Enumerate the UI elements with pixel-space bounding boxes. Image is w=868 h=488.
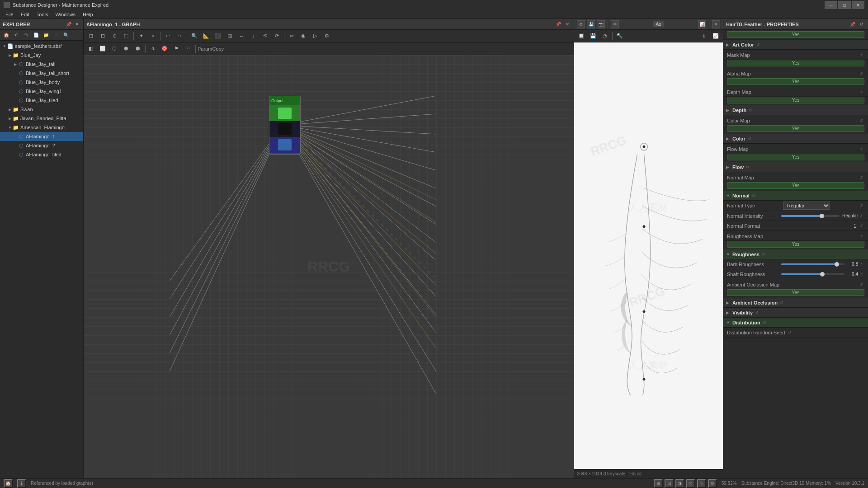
explorer-home-btn[interactable]: 🏠: [2, 31, 11, 39]
maximize-button[interactable]: □: [838, 1, 851, 9]
toolbar-btn-crosshair[interactable]: ⌖: [147, 31, 158, 41]
toolbar-btn-target[interactable]: 🎯: [159, 44, 170, 54]
view-3d-btn[interactable]: ⊞: [654, 479, 663, 488]
toolbar-btn-remove[interactable]: ⊟: [97, 31, 108, 41]
toolbar-btn-rot-right[interactable]: ⟳: [271, 31, 282, 41]
menu-edit[interactable]: Edit: [17, 10, 33, 19]
barb-roughness-thumb[interactable]: [835, 262, 839, 267]
toolbar-btn-point[interactable]: ◉: [298, 31, 309, 41]
graph-close-btn[interactable]: ✕: [564, 21, 571, 28]
tree-item-aflamingo-2[interactable]: ▶ ⬡ AFlamingo_2: [0, 141, 83, 150]
section-distribution[interactable]: ▼ Distribution ↺: [723, 318, 868, 328]
toolbar-btn-hex3[interactable]: ⬢: [132, 44, 143, 54]
section-ambient-occlusion[interactable]: ▶ Ambient Occlusion ↺: [723, 298, 868, 308]
section-reset-depth[interactable]: ↺: [747, 107, 754, 113]
menu-help[interactable]: Help: [79, 10, 97, 19]
prev-tb-2[interactable]: 💾: [588, 31, 599, 41]
tree-item-blue-jay-body[interactable]: ▶ ⬡ Blue_Jay_body: [0, 78, 83, 87]
explorer-search-btn[interactable]: 🔍: [61, 31, 71, 39]
prev-tb-3[interactable]: ◔: [599, 31, 610, 41]
prop-pin-btn[interactable]: 📌: [849, 21, 856, 28]
toolbar-btn-horizontal[interactable]: ↔: [236, 31, 247, 41]
toolbar-btn-hex1[interactable]: ⬡: [109, 44, 120, 54]
toolbar-btn-add[interactable]: ⊞: [85, 31, 96, 41]
normal-format-reset[interactable]: ↺: [858, 223, 864, 229]
menu-windows[interactable]: Windows: [52, 10, 79, 19]
section-color[interactable]: ▶ Color ↺: [723, 134, 868, 144]
color-map-reset[interactable]: ↺: [858, 117, 864, 124]
view-settings-btn[interactable]: ⚙: [708, 479, 717, 488]
tree-item-javan[interactable]: ▶ 📁 Javan_Banded_Pitta: [0, 114, 83, 123]
menu-tools[interactable]: Tools: [33, 10, 52, 19]
preview-canvas[interactable]: RRCG 人人素材 RRCG 人人素材: [574, 42, 723, 469]
toolbar-btn-info[interactable]: ⚐: [183, 44, 193, 54]
properties-scroll-area[interactable]: Yes ▶ Art Color ↺ Mask Map ↺ Yes Alpha M…: [723, 30, 868, 478]
section-reset-distribution[interactable]: ↺: [761, 319, 768, 326]
explorer-undo-btn[interactable]: ↶: [12, 31, 21, 39]
section-visibility[interactable]: ▶ Visibility ↺: [723, 308, 868, 318]
distribution-random-seed-reset[interactable]: ↺: [787, 329, 793, 336]
tree-item-aflamingo-1[interactable]: ▶ ⬡ AFlamingo_1: [0, 132, 83, 141]
graph-node-main[interactable]: Output: [269, 96, 301, 155]
preview-save-btn[interactable]: 💾: [587, 20, 595, 28]
prev-tb-1[interactable]: 🔲: [576, 31, 587, 41]
minimize-button[interactable]: ─: [825, 1, 837, 9]
section-reset-roughness[interactable]: ↺: [760, 251, 767, 258]
toolbar-btn-flag[interactable]: ⚑: [171, 44, 182, 54]
section-depth[interactable]: ▶ Depth ↺: [723, 105, 868, 115]
view-mat-btn[interactable]: ◑: [675, 479, 684, 488]
explorer-add-btn[interactable]: +: [52, 31, 61, 39]
explorer-folder-btn[interactable]: 📁: [42, 31, 51, 39]
toolbar-btn-play[interactable]: ▷: [310, 31, 321, 41]
toolbar-btn-pencil[interactable]: ✏: [286, 31, 297, 41]
toolbar-btn-center[interactable]: ⊙: [109, 31, 120, 41]
view-uv-btn[interactable]: ⊡: [665, 479, 674, 488]
toolbar-btn-frame[interactable]: ⬚: [121, 31, 132, 41]
section-reset-color[interactable]: ↺: [746, 136, 753, 142]
close-button[interactable]: ✕: [852, 1, 864, 9]
normal-intensity-reset[interactable]: ↺: [858, 213, 864, 219]
mask-map-reset[interactable]: ↺: [858, 52, 864, 58]
prop-reset-all-btn[interactable]: ↺: [858, 21, 865, 28]
barb-roughness-reset[interactable]: ↺: [858, 261, 864, 267]
explorer-new-btn[interactable]: 📄: [32, 31, 41, 39]
preview-chart-btn[interactable]: 📊: [698, 20, 706, 28]
status-home-btn[interactable]: 🏠: [4, 479, 13, 488]
status-info-btn[interactable]: ℹ: [17, 479, 26, 488]
explorer-close-btn[interactable]: ✕: [73, 21, 80, 28]
tree-item-swan[interactable]: ▶ 📁 Swan: [0, 105, 83, 114]
toolbar-btn-split-both[interactable]: ⬜: [97, 44, 108, 54]
preview-view-btn[interactable]: 👁: [611, 20, 619, 28]
flow-map-reset[interactable]: ↺: [858, 146, 864, 152]
tree-item-blue-jay[interactable]: ▶ 📁 Blue_Jay: [0, 51, 83, 60]
prev-tb-info[interactable]: ℹ: [698, 31, 709, 41]
toolbar-btn-split-left[interactable]: ◧: [85, 44, 96, 54]
section-art-color[interactable]: ▶ Art Color ↺: [723, 40, 868, 50]
view-play-btn[interactable]: ▷: [697, 479, 706, 488]
preview-snap-btn[interactable]: 📷: [597, 20, 605, 28]
graph-canvas[interactable]: RRCG: [84, 55, 574, 478]
tree-item-blue-jay-tail-short[interactable]: ▶ ⬡ Blue_Jay_tail_short: [0, 69, 83, 78]
normal-intensity-track[interactable]: [781, 215, 840, 217]
normal-type-reset[interactable]: ↺: [858, 202, 864, 209]
preview-close-btn[interactable]: ✕: [712, 20, 720, 28]
barb-roughness-track[interactable]: [781, 263, 844, 265]
toolbar-btn-undo[interactable]: ↩: [162, 31, 173, 41]
tree-item-american-flamingo[interactable]: ▼ 📁 American_Flamingo: [0, 123, 83, 132]
alpha-map-reset[interactable]: ↺: [858, 70, 864, 77]
toolbar-btn-hex2[interactable]: ⬟: [121, 44, 132, 54]
toolbar-btn-settings[interactable]: ⚙: [321, 31, 332, 41]
menu-file[interactable]: File: [2, 10, 17, 19]
tree-item-sample-feathers[interactable]: ▼ 📄 sample_feathers.sbs*: [0, 42, 83, 51]
section-reset-normal[interactable]: ↺: [750, 192, 757, 199]
section-reset-flow[interactable]: ↺: [745, 164, 751, 170]
toolbar-btn-star[interactable]: ✦: [136, 31, 146, 41]
depth-map-reset[interactable]: ↺: [858, 89, 864, 95]
section-reset-art-color[interactable]: ↺: [755, 42, 761, 48]
section-roughness[interactable]: ▼ Roughness ↺: [723, 249, 868, 259]
shaft-roughness-thumb[interactable]: [820, 272, 825, 277]
tree-item-blue-jay-tiled[interactable]: ▶ ⬡ Blue_Jay_tiled: [0, 96, 83, 105]
prev-tb-chart[interactable]: 📈: [710, 31, 721, 41]
toolbar-btn-blackbox[interactable]: ⬛: [212, 31, 223, 41]
section-reset-ao[interactable]: ↺: [778, 300, 785, 306]
